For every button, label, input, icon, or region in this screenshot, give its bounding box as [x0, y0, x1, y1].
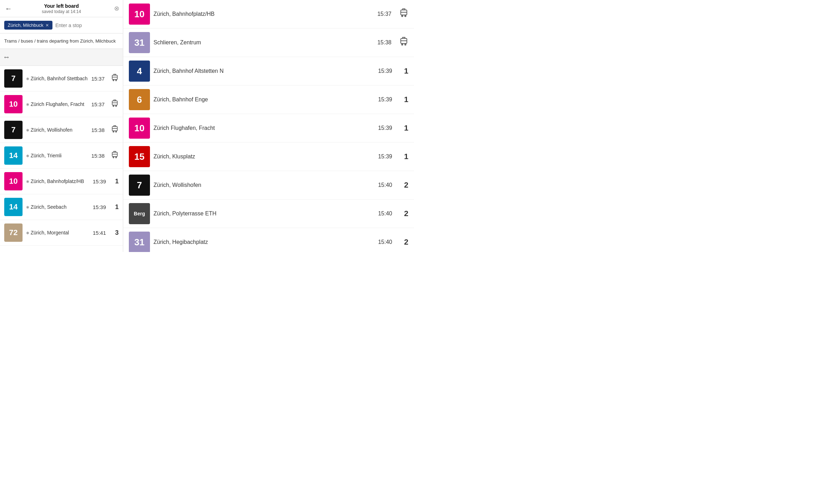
platform-badge: 1 [112, 178, 119, 185]
departure-time: 15:37 [91, 101, 105, 107]
platform-badge: 1 [112, 203, 119, 211]
right-line-badge: 4 [129, 61, 150, 82]
stop-tag[interactable]: Zürich, Milchbuck ✕ [4, 21, 52, 30]
departure-row[interactable]: 14✱Zürich, Triemli15:38 [0, 143, 123, 169]
departure-time: 15:39 [93, 204, 106, 210]
right-departure-row[interactable]: 10Zürich, Bahnhofplatz/HB15:37 [123, 0, 414, 29]
map-expand-area[interactable]: ⤢ [0, 49, 123, 66]
right-line-badge: 6 [129, 89, 150, 110]
right-destination: Zürich Flughafen, Fracht [153, 125, 375, 131]
right-platform-badge: 2 [400, 209, 408, 218]
destination: ✱Zürich Flughafen, Fracht [26, 101, 88, 107]
star-icon: ✱ [26, 154, 29, 158]
right-departure-row[interactable]: 10Zürich Flughafen, Fracht15:391 [123, 114, 414, 143]
departure-row[interactable]: 7✱Zürich, Wollishofen15:38 [0, 117, 123, 143]
right-departure-row[interactable]: 6Zürich, Bahnhof Enge15:391 [123, 86, 414, 114]
right-platform-badge: 1 [400, 67, 408, 76]
right-destination: Zürich, Bahnhof Enge [153, 96, 375, 103]
back-button[interactable]: ← [4, 3, 13, 14]
departure-time: 15:37 [91, 76, 105, 82]
right-departure-row[interactable]: 7Zürich, Wollishofen15:402 [123, 171, 414, 200]
line-badge: 7 [4, 69, 23, 88]
destination: ✱Zürich, Triemli [26, 153, 88, 158]
star-icon: ✱ [26, 179, 29, 184]
right-departure-time: 15:40 [378, 182, 392, 188]
search-bar: Zürich, Milchbuck ✕ [0, 17, 123, 33]
star-icon: ✱ [26, 128, 29, 132]
star-icon: ✱ [26, 231, 29, 235]
departure-time: 15:38 [91, 153, 105, 159]
departure-row[interactable]: 10✱Zürich Flughafen, Fracht15:37 [0, 92, 123, 117]
right-departure-time: 15:40 [378, 239, 392, 245]
departure-time: 15:38 [91, 127, 105, 133]
right-line-badge: 31 [129, 232, 150, 252]
departure-row[interactable]: 10✱Zürich, Bahnhofplatz/HB15:391 [0, 169, 123, 194]
line-badge: 14 [4, 198, 23, 216]
right-line-badge: 10 [129, 4, 150, 25]
tram-icon [111, 74, 119, 83]
right-destination: Schlieren, Zentrum [153, 39, 374, 46]
right-line-badge: 15 [129, 146, 150, 167]
right-departure-time: 15:39 [378, 153, 392, 160]
right-destination: Zürich, Polyterrasse ETH [153, 210, 375, 217]
header-title: Your left board [42, 3, 81, 9]
right-departure-time: 15:37 [377, 11, 391, 17]
right-line-badge: 7 [129, 175, 150, 196]
left-panel: ← Your left board saved today at 14:14 ⊗… [0, 0, 123, 252]
right-departure-time: 15:38 [377, 39, 391, 46]
tram-icon [111, 125, 119, 135]
remove-stop-icon[interactable]: ✕ [45, 23, 49, 28]
right-platform-badge: 2 [400, 181, 408, 190]
right-platform-badge: 1 [400, 95, 408, 104]
right-departure-time: 15:40 [378, 210, 392, 217]
right-destination: Zürich, Wollishofen [153, 182, 375, 188]
right-departure-time: 15:39 [378, 96, 392, 103]
departure-row[interactable]: 72✱Zürich, Morgental15:413 [0, 220, 123, 246]
right-line-badge: Berg [129, 203, 150, 224]
right-platform-badge: 1 [400, 152, 408, 161]
right-destination: Zürich, Hegibachplatz [153, 239, 375, 245]
stop-input[interactable] [55, 23, 119, 28]
line-badge: 14 [4, 146, 23, 165]
destination: ✱Zürich, Bahnhofplatz/HB [26, 178, 89, 184]
right-departure-time: 15:39 [378, 68, 392, 74]
info-text: Trams / buses / trains departing from Zü… [0, 33, 123, 49]
right-departure-time: 15:39 [378, 125, 392, 131]
right-platform-badge: 2 [400, 238, 408, 247]
departure-time: 15:41 [93, 230, 106, 236]
right-line-badge: 31 [129, 32, 150, 53]
right-destination: Zürich, Klusplatz [153, 153, 375, 160]
star-icon: ✱ [26, 205, 29, 209]
line-badge: 7 [4, 121, 23, 139]
right-departure-row[interactable]: 31Zürich, Hegibachplatz15:402 [123, 228, 414, 252]
departure-time: 15:39 [93, 178, 106, 184]
left-departures-list: 7✱Zürich, Bahnhof Stettbach15:37 10✱Züri… [0, 66, 123, 252]
right-platform-badge: 1 [400, 124, 408, 133]
header-text: Your left board saved today at 14:14 [42, 3, 81, 14]
star-icon: ✱ [26, 102, 29, 107]
line-badge: 72 [4, 223, 23, 242]
destination: ✱Zürich, Seebach [26, 204, 89, 210]
departure-row[interactable]: 7✱Zürich, Bahnhof Stettbach15:37 [0, 66, 123, 92]
close-button[interactable]: ⊗ [114, 5, 119, 12]
line-badge: 10 [4, 95, 23, 113]
header-subtitle: saved today at 14:14 [42, 9, 81, 14]
stop-tag-label: Zürich, Milchbuck [8, 23, 43, 28]
right-departures-list: 10Zürich, Bahnhofplatz/HB15:37 31Schlier… [123, 0, 414, 252]
tram-icon [111, 151, 119, 160]
departure-row[interactable]: 14✱Zürich, Seebach15:391 [0, 194, 123, 220]
right-tram-icon [399, 37, 408, 48]
right-line-badge: 10 [129, 118, 150, 139]
expand-icon: ⤢ [2, 53, 11, 61]
right-departure-row[interactable]: 31Schlieren, Zentrum15:38 [123, 29, 414, 57]
star-icon: ✱ [26, 77, 29, 81]
right-departure-row[interactable]: 15Zürich, Klusplatz15:391 [123, 143, 414, 171]
right-destination: Zürich, Bahnhofplatz/HB [153, 11, 374, 17]
right-tram-icon [399, 8, 408, 20]
right-departure-row[interactable]: BergZürich, Polyterrasse ETH15:402 [123, 200, 414, 228]
destination: ✱Zürich, Bahnhof Stettbach [26, 76, 88, 81]
platform-badge: 3 [112, 229, 119, 237]
right-destination: Zürich, Bahnhof Altstetten N [153, 68, 375, 74]
line-badge: 10 [4, 172, 23, 190]
right-departure-row[interactable]: 4Zürich, Bahnhof Altstetten N15:391 [123, 57, 414, 86]
